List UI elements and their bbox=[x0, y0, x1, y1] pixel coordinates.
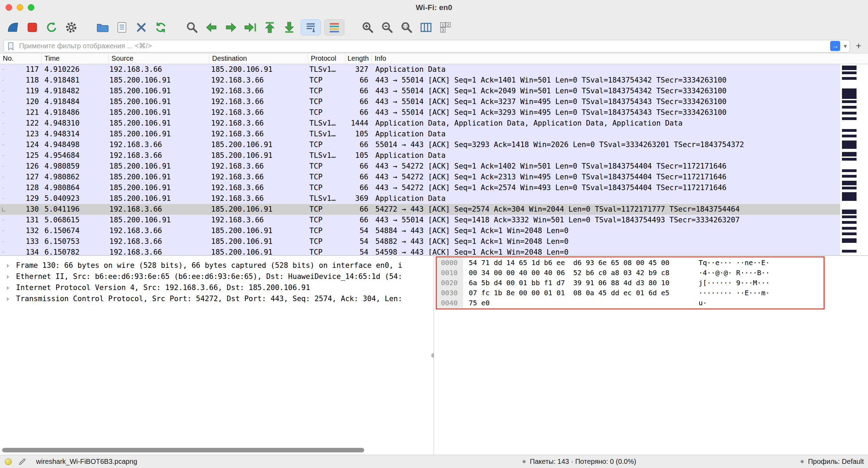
packet-row[interactable]: 1204.918484185.200.106.91192.168.3.66TCP… bbox=[0, 96, 840, 107]
packet-row[interactable]: 1224.948310185.200.106.91192.168.3.66TLS… bbox=[0, 118, 840, 129]
column-header-length[interactable]: Length bbox=[345, 53, 372, 64]
go-to-packet-button[interactable] bbox=[242, 19, 258, 35]
packet-row[interactable]: 1274.980862185.200.106.91192.168.3.66TCP… bbox=[0, 172, 840, 182]
auto-scroll-toggle[interactable] bbox=[301, 19, 321, 35]
packet-cell-info: 443 → 54272 [ACK] Seq=1 Ack=2313 Win=495… bbox=[372, 172, 840, 182]
hex-line[interactable]: 003007 fc 1b 8e 00 00 01 01 08 0a 45 dd … bbox=[437, 288, 824, 298]
packet-row[interactable]: 1244.948498192.168.3.66185.200.106.91TCP… bbox=[0, 139, 840, 150]
filter-dropdown-chevron-icon[interactable]: ▾ bbox=[843, 42, 848, 50]
packet-cell-protocol: TCP bbox=[308, 204, 345, 215]
go-first-packet-button[interactable] bbox=[262, 19, 278, 35]
status-middle: Пакеты: 143 · Потеряно: 0 (0.0%) bbox=[523, 455, 636, 468]
resize-columns-button[interactable] bbox=[418, 19, 434, 35]
packet-row[interactable]: 1214.918486185.200.106.91192.168.3.66TCP… bbox=[0, 107, 840, 118]
packet-cell-length: 66 bbox=[345, 107, 372, 118]
packet-cell-source: 185.200.106.91 bbox=[109, 75, 209, 86]
packet-row[interactable]: 1346.150782192.168.3.66185.200.106.91TCP… bbox=[0, 247, 840, 255]
hex-line[interactable]: 00206a 5b d4 00 01 bb f1 d7 39 91 06 88 … bbox=[437, 278, 824, 288]
go-forward-button[interactable] bbox=[223, 19, 239, 35]
capture-filename[interactable]: wireshark_Wi-FiBOT6B3.pcapng bbox=[36, 458, 137, 466]
display-filter-input[interactable] bbox=[18, 42, 827, 50]
stop-capture-button[interactable] bbox=[24, 19, 40, 35]
display-columns-button[interactable]: 123 bbox=[437, 19, 453, 35]
column-header-no[interactable]: No. bbox=[0, 53, 42, 64]
expand-chevron-icon[interactable]: › bbox=[6, 293, 10, 304]
hex-dump-highlight-box[interactable]: 000054 71 dd 14 65 1d b6 ee d6 93 6e 65 … bbox=[436, 256, 825, 309]
bookmark-icon[interactable] bbox=[6, 41, 16, 51]
go-back-button[interactable] bbox=[203, 19, 219, 35]
expand-chevron-icon[interactable]: › bbox=[6, 271, 10, 282]
packet-row[interactable]: 1284.980864185.200.106.91192.168.3.66TCP… bbox=[0, 182, 840, 193]
expand-chevron-icon[interactable]: › bbox=[6, 260, 10, 271]
minimap-stripe bbox=[842, 112, 857, 114]
find-packet-button[interactable] bbox=[184, 19, 200, 35]
packet-row[interactable]: 1315.068615185.200.106.91192.168.3.66TCP… bbox=[0, 215, 840, 226]
svg-text:1:1: 1:1 bbox=[403, 24, 408, 28]
hex-line[interactable]: 000054 71 dd 14 65 1d b6 ee d6 93 6e 65 … bbox=[437, 258, 824, 268]
packet-cell-time: 4.918482 bbox=[42, 86, 109, 96]
packet-row[interactable]: 1295.040923185.200.106.91192.168.3.66TLS… bbox=[0, 193, 840, 204]
zoom-in-button[interactable] bbox=[360, 19, 376, 35]
packet-cell-time: 4.918481 bbox=[42, 75, 109, 86]
expand-chevron-icon[interactable]: › bbox=[6, 282, 10, 293]
restart-capture-button[interactable] bbox=[44, 19, 60, 35]
packet-cell-info: 54598 → 443 [ACK] Seq=1 Ack=1 Win=2048 L… bbox=[372, 247, 840, 255]
packet-row[interactable]: 1174.910226192.168.3.66185.200.106.91TLS… bbox=[0, 64, 840, 75]
minimap-stripe bbox=[842, 181, 857, 185]
colorize-icon bbox=[327, 20, 341, 34]
column-header-source[interactable]: Source bbox=[109, 53, 209, 64]
packet-cell-length: 66 bbox=[345, 139, 372, 150]
start-capture-button[interactable] bbox=[5, 19, 21, 35]
zoom-out-button[interactable] bbox=[379, 19, 395, 35]
add-filter-button[interactable]: + bbox=[853, 40, 865, 52]
packet-cell-no: 129 bbox=[0, 193, 42, 204]
packet-row[interactable]: 1254.954684192.168.3.66185.200.106.91TLS… bbox=[0, 150, 840, 161]
expert-info-button[interactable] bbox=[5, 458, 12, 465]
apply-filter-button[interactable]: → bbox=[830, 41, 840, 51]
capture-options-button[interactable] bbox=[63, 19, 79, 35]
go-last-packet-button[interactable] bbox=[281, 19, 297, 35]
column-header-destination[interactable]: Destination bbox=[209, 53, 308, 64]
detail-tree-line[interactable]: ›Frame 130: 66 bytes on wire (528 bits),… bbox=[0, 260, 434, 271]
title-bar[interactable]: Wi-Fi: en0 bbox=[0, 0, 868, 16]
reload-file-button[interactable] bbox=[153, 19, 169, 35]
packet-cell-destination: 192.168.3.66 bbox=[209, 129, 308, 139]
display-filter-field[interactable]: → ▾ bbox=[3, 40, 850, 52]
packet-cell-destination: 185.200.106.91 bbox=[209, 150, 308, 161]
detail-tree-line[interactable]: ›Ethernet II, Src: b6:ee:d6:93:6e:65 (b6… bbox=[0, 271, 434, 282]
capture-comment-icon[interactable] bbox=[18, 458, 26, 466]
profile-text[interactable]: Профиль: Default bbox=[808, 458, 864, 466]
horizontal-scrollbar-thumb[interactable] bbox=[2, 448, 364, 452]
save-file-button[interactable] bbox=[114, 19, 130, 35]
packet-cell-info: Application Data bbox=[372, 193, 840, 204]
minimap-stripe bbox=[842, 77, 857, 80]
packet-row[interactable]: 1326.150674192.168.3.66185.200.106.91TCP… bbox=[0, 226, 840, 236]
detail-tree-line[interactable]: ›Internet Protocol Version 4, Src: 192.1… bbox=[0, 282, 434, 293]
zoom-reset-button[interactable]: 1:1 bbox=[399, 19, 415, 35]
packet-row[interactable]: 1305.041196192.168.3.66185.200.106.91TCP… bbox=[0, 204, 840, 215]
packet-cell-info: 443 → 55014 [ACK] Seq=1 Ack=3293 Win=495… bbox=[372, 107, 840, 118]
packet-row[interactable]: 1194.918482185.200.106.91192.168.3.66TCP… bbox=[0, 86, 840, 96]
packet-cell-time: 5.068615 bbox=[42, 215, 109, 226]
packet-row[interactable]: 1264.980859185.200.106.91192.168.3.66TCP… bbox=[0, 161, 840, 172]
minimap-stripe bbox=[842, 232, 857, 235]
close-file-button[interactable] bbox=[133, 19, 149, 35]
column-header-time[interactable]: Time bbox=[42, 53, 109, 64]
arrow-to-line-icon bbox=[243, 20, 257, 34]
packet-row[interactable]: 1336.150753192.168.3.66185.200.106.91TCP… bbox=[0, 236, 840, 247]
column-header-info[interactable]: Info bbox=[372, 53, 868, 64]
packet-row[interactable]: 1184.918481185.200.106.91192.168.3.66TCP… bbox=[0, 75, 840, 86]
column-header-protocol[interactable]: Protocol bbox=[308, 53, 345, 64]
hex-line[interactable]: 004075 e0u· bbox=[437, 298, 824, 308]
arrow-down-to-line-icon bbox=[282, 20, 296, 34]
packet-minimap-scrollbar[interactable] bbox=[840, 64, 868, 255]
packet-cell-time: 6.150782 bbox=[42, 247, 109, 255]
packet-cell-no: 119 bbox=[0, 86, 42, 96]
hex-bytes: 6a 5b d4 00 01 bb f1 d7 39 91 06 88 4d d… bbox=[463, 278, 687, 288]
colorize-toggle[interactable] bbox=[324, 19, 344, 35]
open-file-button[interactable] bbox=[94, 19, 110, 35]
packet-cell-source: 192.168.3.66 bbox=[109, 247, 209, 255]
detail-tree-line[interactable]: ›Transmission Control Protocol, Src Port… bbox=[0, 293, 434, 304]
hex-line[interactable]: 001000 34 00 00 40 00 40 06 52 b6 c0 a8 … bbox=[437, 268, 824, 278]
packet-row[interactable]: 1234.948314185.200.106.91192.168.3.66TLS… bbox=[0, 129, 840, 139]
